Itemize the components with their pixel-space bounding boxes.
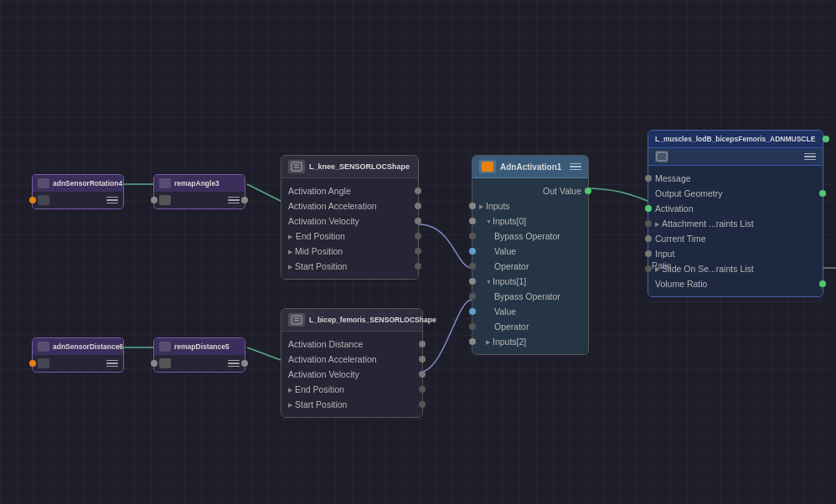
node-adnactivation: AdnActivation1 Out Value ▶ Inputs ▼ Inpu… bbox=[472, 155, 589, 355]
activation-value1-label: Value bbox=[494, 306, 516, 316]
node-title: remapAngle3 bbox=[174, 179, 240, 188]
expand-end-pos: ▶ bbox=[288, 234, 293, 239]
node-title: adnSensorRotation4 bbox=[53, 179, 122, 188]
remap-icon bbox=[159, 358, 171, 368]
port-muscle-slide bbox=[645, 265, 652, 272]
bicep-end-position: ▶ End Position bbox=[281, 382, 422, 397]
node-adnsensordistance6: adnSensorDistance6 bbox=[32, 337, 124, 373]
activation-inputs1-label: Inputs[1] bbox=[493, 276, 526, 286]
svg-rect-0 bbox=[292, 162, 302, 171]
muscle-input: Input bbox=[648, 246, 823, 261]
port-inputs1 bbox=[469, 278, 476, 285]
port-muscle-message bbox=[645, 175, 652, 182]
knee-activation-accel: Activation Acceleration bbox=[281, 198, 418, 213]
bicep-activation-distance: Activation Distance bbox=[281, 337, 422, 352]
muscle-activation-label: Activation bbox=[655, 203, 694, 213]
bicep-start-position: ▶ Start Position bbox=[281, 397, 422, 412]
muscle-volume-ratio-label: Volume Ratio bbox=[655, 279, 707, 289]
port-mid-position bbox=[415, 248, 421, 255]
muscle-output-geometry-label: Output Geometry bbox=[655, 188, 723, 198]
node-muscle: L_muscles_lodB_bicepsFemoris_ADNMUSCLE M… bbox=[648, 130, 823, 297]
menu-icon[interactable] bbox=[106, 358, 118, 368]
muscle-icon1 bbox=[655, 151, 668, 162]
activation-inputs2: ▶ Inputs[2] bbox=[472, 334, 588, 349]
bicep-activation-velocity: Activation Velocity bbox=[281, 367, 422, 382]
port-value1 bbox=[469, 308, 476, 315]
port-end-position bbox=[415, 233, 421, 239]
activation-inputs: ▶ Inputs bbox=[472, 198, 588, 213]
port-input bbox=[151, 197, 157, 203]
knee-node-icon bbox=[288, 160, 305, 173]
knee-start-position: ▶ Start Position bbox=[281, 259, 418, 274]
activation-value1: Value bbox=[472, 304, 588, 319]
port-muscle-input bbox=[645, 250, 652, 257]
activation-operator1-label: Operator bbox=[494, 321, 529, 332]
muscle-menu-icon[interactable] bbox=[804, 152, 816, 162]
port-activation-velocity bbox=[415, 218, 421, 224]
port-inputs bbox=[469, 203, 476, 209]
knee-start-position-label: Start Position bbox=[295, 261, 347, 271]
port-value0 bbox=[469, 248, 476, 255]
port-bicep-act-vel bbox=[419, 371, 426, 378]
activation-operator0-label: Operator bbox=[494, 261, 529, 271]
activation-menu-icon[interactable] bbox=[570, 162, 581, 172]
activation-bypass1: Bypass Operator bbox=[472, 289, 588, 304]
port-activation-angle bbox=[415, 188, 421, 194]
svg-rect-3 bbox=[292, 316, 302, 324]
muscle-slide-on: ▶ Slide On Se...raints List bbox=[648, 261, 823, 276]
port-muscle-time bbox=[645, 235, 652, 242]
menu-icon[interactable] bbox=[106, 195, 118, 205]
bicep-end-position-label: End Position bbox=[295, 384, 344, 394]
activation-value0: Value bbox=[472, 244, 588, 259]
muscle-volume-ratio: Volume Ratio bbox=[648, 276, 823, 291]
knee-end-position: ▶ End Position bbox=[281, 229, 418, 244]
node-title: remapDistance5 bbox=[174, 342, 240, 351]
activation-inputs0: ▼ Inputs[0] bbox=[472, 213, 588, 229]
svg-rect-6 bbox=[657, 152, 667, 161]
activation-operator1: Operator bbox=[472, 319, 588, 334]
activation-out-label: Out Value bbox=[543, 186, 581, 196]
ratio-label: Ratio bbox=[652, 261, 671, 270]
node-remapdistance5: remapDistance5 bbox=[153, 337, 245, 373]
menu-icon[interactable] bbox=[228, 358, 240, 368]
knee-mid-position-label: Mid Position bbox=[295, 246, 343, 256]
activation-bypass1-label: Bypass Operator bbox=[494, 291, 560, 301]
menu-icon[interactable] bbox=[228, 195, 240, 205]
port-muscle-vol-ratio bbox=[819, 280, 826, 287]
muscle-input-label: Input bbox=[655, 249, 674, 259]
node-icon bbox=[38, 178, 49, 188]
port-input bbox=[151, 360, 157, 367]
knee-activation-velocity-label: Activation Velocity bbox=[288, 216, 359, 226]
muscle-message-label: Message bbox=[655, 173, 691, 183]
port-out-value bbox=[585, 188, 591, 194]
activation-inputs2-label: Inputs[2] bbox=[493, 337, 526, 347]
bicep-start-position-label: Start Position bbox=[295, 399, 347, 409]
node-title: adnSensorDistance6 bbox=[53, 342, 123, 351]
muscle-attachment: ▶ Attachment ...raints List bbox=[648, 216, 823, 231]
knee-activation-angle: Activation Angle bbox=[281, 183, 418, 198]
node-icon bbox=[38, 342, 49, 352]
knee-activation-velocity: Activation Velocity bbox=[281, 213, 418, 229]
bicep-activation-accel-label: Activation Acceleration bbox=[288, 354, 377, 364]
activation-value0-label: Value bbox=[494, 246, 516, 256]
port-inputs0 bbox=[469, 218, 476, 224]
node-body-icon bbox=[38, 195, 49, 205]
remap-icon bbox=[159, 195, 171, 205]
port-activation-accel bbox=[415, 203, 421, 209]
activation-inputs0-label: Inputs[0] bbox=[493, 216, 526, 226]
activation-node-icon bbox=[479, 160, 496, 173]
activation-bypass0: Bypass Operator bbox=[472, 229, 588, 244]
node-remapangle3: remapAngle3 bbox=[153, 174, 245, 209]
bicep-node-title: L_bicep_femoris_SENSORLOCShape bbox=[309, 316, 436, 324]
muscle-current-time-label: Current Time bbox=[655, 234, 706, 244]
activation-operator0: Operator bbox=[472, 259, 588, 274]
node-icon bbox=[159, 342, 171, 352]
node-knee: L_knee_SENSORLOCShape Activation Angle A… bbox=[281, 155, 419, 280]
bicep-activation-distance-label: Activation Distance bbox=[288, 339, 363, 349]
port-bypass1 bbox=[469, 293, 476, 300]
activation-inputs1: ▼ Inputs[1] bbox=[472, 274, 588, 289]
port-muscle-output-geo bbox=[819, 190, 826, 197]
port-muscle-activation bbox=[645, 205, 652, 212]
knee-end-position-label: End Position bbox=[296, 231, 345, 241]
node-body-icon bbox=[38, 358, 49, 368]
